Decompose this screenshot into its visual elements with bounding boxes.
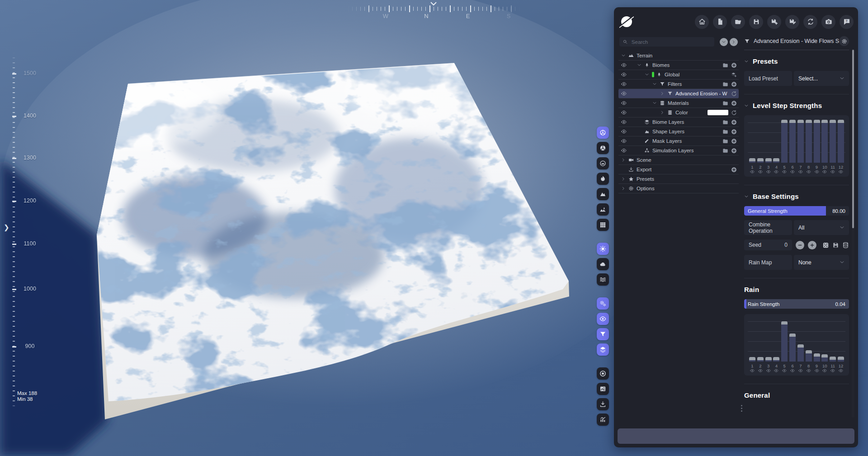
tree-item-mask-layers[interactable]: Mask Layers [618, 136, 739, 146]
bar-level-8[interactable] [806, 350, 812, 362]
plus-icon[interactable] [731, 100, 737, 106]
chev-down-icon[interactable] [637, 63, 642, 67]
folder-icon[interactable] [722, 119, 728, 125]
level-eye-toggle[interactable] [789, 169, 796, 174]
tree-item-advanced-erosion-w[interactable]: Advanced Erosion - W [618, 89, 739, 99]
eye-icon[interactable] [621, 72, 627, 77]
level-eye-toggle[interactable] [757, 368, 764, 373]
bar-level-1[interactable] [749, 357, 755, 362]
level-eye-toggle[interactable] [797, 169, 804, 174]
level-eye-toggle[interactable] [830, 368, 836, 373]
settings-scrollbar[interactable] [852, 49, 854, 418]
bar-level-12[interactable] [838, 120, 844, 163]
help-button[interactable]: ? [840, 15, 854, 29]
folder-icon[interactable] [722, 81, 728, 87]
layers-add-icon[interactable] [731, 72, 737, 78]
settings-scroll-area[interactable]: Presets Load Preset Select... Level Step… [744, 50, 849, 426]
clouds-button[interactable] [597, 258, 609, 270]
plus-icon[interactable] [731, 129, 737, 135]
bar-level-3[interactable] [765, 158, 772, 163]
snapshot-button[interactable] [597, 383, 609, 395]
tree-item-presets[interactable]: Presets [618, 174, 739, 184]
bar-level-7[interactable] [797, 120, 804, 163]
bar-level-10[interactable] [821, 120, 828, 163]
bar-level-6[interactable] [789, 334, 796, 362]
show-layers-button[interactable] [597, 343, 609, 356]
load-preset-select[interactable]: Select... [794, 71, 849, 86]
left-panel-expander[interactable]: ❯ [4, 222, 11, 232]
eye-icon[interactable] [621, 148, 627, 153]
level-eye-toggle[interactable] [806, 169, 812, 174]
home-button[interactable] [695, 15, 709, 29]
bar-level-5[interactable] [781, 321, 788, 362]
chev-down-icon[interactable] [645, 72, 649, 77]
save-seed-icon[interactable] [832, 242, 839, 249]
plus-icon[interactable] [731, 119, 737, 125]
tree-item-biome-layers[interactable]: Biome Layers [618, 118, 739, 127]
filter-settings-gear-button[interactable] [839, 36, 849, 46]
bar-level-6[interactable] [789, 120, 796, 163]
chevron-down-icon[interactable] [744, 194, 749, 199]
view-albedo-button[interactable] [597, 142, 609, 154]
seed-decrement-button[interactable] [796, 241, 804, 249]
collapse-all-button[interactable] [730, 38, 738, 46]
bar-level-5[interactable] [781, 120, 788, 163]
level-eye-toggle[interactable] [773, 169, 779, 174]
chevron-down-icon[interactable] [744, 59, 749, 64]
folder-icon[interactable] [722, 62, 728, 68]
folder-icon[interactable] [722, 138, 728, 144]
auto-process-button[interactable] [597, 297, 609, 310]
bar-level-9[interactable] [814, 353, 820, 362]
bar-level-12[interactable] [838, 357, 844, 362]
chevron-down-icon[interactable] [744, 103, 749, 108]
tree-item-options[interactable]: Options [618, 184, 739, 193]
chev-right-icon[interactable] [621, 177, 626, 181]
level-eye-toggle[interactable] [781, 169, 788, 174]
level-eye-toggle[interactable] [773, 368, 779, 373]
tree-item-biomes[interactable]: Biomes [618, 61, 739, 70]
chev-right-icon[interactable] [621, 158, 626, 162]
sync-button[interactable] [803, 15, 817, 29]
status-bar[interactable] [618, 428, 854, 444]
eye-icon[interactable] [621, 129, 627, 134]
level-eye-toggle[interactable] [821, 368, 828, 373]
level-eye-toggle[interactable] [765, 368, 772, 373]
bar-level-2[interactable] [757, 158, 764, 163]
seed-field[interactable]: Seed 0 [744, 240, 792, 250]
color-swatch[interactable] [708, 110, 728, 115]
level-eye-toggle[interactable] [757, 169, 764, 174]
search-box[interactable] [619, 37, 714, 47]
export-image-button[interactable] [597, 398, 609, 410]
eye-icon[interactable] [621, 100, 627, 106]
tree-item-export[interactable]: Export [618, 165, 739, 174]
tree-item-simulation-layers[interactable]: Simulation Layers [618, 146, 739, 155]
preview-visibility-button[interactable] [597, 313, 609, 325]
eye-icon[interactable] [621, 138, 627, 144]
water-button[interactable] [597, 273, 609, 286]
level-eye-toggle[interactable] [814, 169, 820, 174]
rain-map-select[interactable]: None [794, 255, 849, 270]
view-flow-button[interactable] [597, 173, 609, 185]
refresh-icon[interactable] [731, 91, 737, 97]
bar-level-11[interactable] [830, 357, 836, 362]
tree-item-color[interactable]: Color [618, 108, 739, 118]
tree-item-shape-layers[interactable]: Shape Layers [618, 127, 739, 136]
level-eye-toggle[interactable] [781, 368, 788, 373]
chev-down-icon[interactable] [652, 101, 657, 105]
bar-level-7[interactable] [797, 344, 804, 362]
plus-icon[interactable] [731, 62, 737, 68]
panel-splitter[interactable] [739, 35, 744, 426]
bar-level-11[interactable] [830, 120, 836, 163]
tree-item-terrain[interactable]: Terrain [618, 51, 739, 61]
chev-down-icon[interactable] [621, 53, 626, 58]
scrollbar-thumb[interactable] [852, 50, 854, 228]
save-add-button[interactable] [767, 15, 781, 29]
randomize-seed-dice-icon[interactable] [822, 242, 829, 249]
bar-level-1[interactable] [749, 158, 755, 163]
rain-strength-slider[interactable]: Rain Strength 0.04 [744, 299, 849, 309]
open-folder-button[interactable] [731, 15, 745, 29]
record-button[interactable] [597, 367, 609, 380]
search-input[interactable] [631, 39, 711, 45]
bar-level-4[interactable] [773, 158, 779, 163]
chev-right-icon[interactable] [660, 110, 665, 115]
